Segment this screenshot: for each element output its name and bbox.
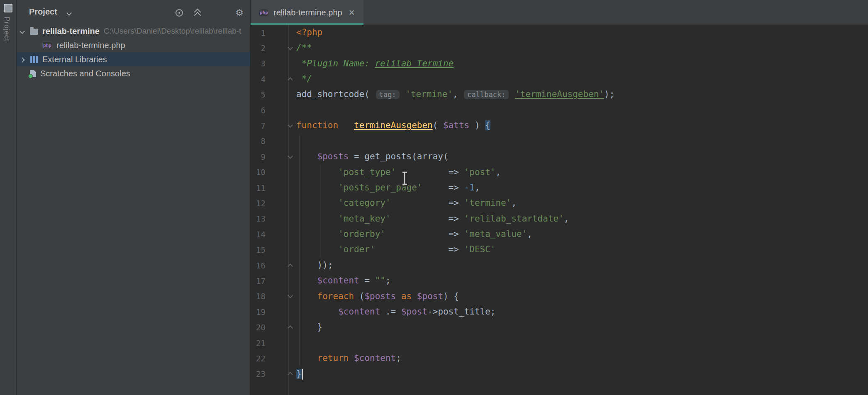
folder-icon (30, 29, 38, 35)
tree-row-scratches-and-consoles[interactable]: Scratches and Consoles (17, 66, 250, 80)
line-number: 22 (251, 354, 266, 363)
chevron-down-icon[interactable] (20, 29, 25, 34)
code-line-8[interactable]: 8 (251, 134, 868, 149)
tree-item-path: C:\Users\Daniel\Desktop\relilab\relilab-… (104, 27, 241, 36)
code-line-16[interactable]: 16 )); (251, 258, 868, 273)
line-number: 19 (251, 307, 266, 317)
text-caret (302, 369, 303, 380)
code-line-14[interactable]: 14 'orderby' => 'meta_value', (251, 227, 868, 242)
code-text: add_shortcode( tag: 'termine', callback:… (296, 87, 614, 102)
editor-area: php relilab-termine.php ✕ 1<?php2/**3 *P… (251, 0, 868, 395)
code-text: 'category' => 'termine', (296, 195, 517, 211)
tree-row-external-libraries[interactable]: External Libraries (17, 52, 250, 66)
code-line-11[interactable]: 11 'posts_per_page' => -1, (251, 180, 868, 195)
fold-column (266, 77, 296, 82)
fold-column (266, 325, 296, 330)
tree-item-label: relilab-termine (42, 27, 100, 36)
line-number: 23 (251, 369, 266, 378)
chevron-down-icon[interactable] (66, 10, 72, 16)
fold-end-icon[interactable] (288, 372, 293, 377)
library-icon (30, 56, 38, 63)
code-line-2[interactable]: 2/** (251, 40, 868, 56)
tab-relilab-termine-php[interactable]: php relilab-termine.php ✕ (251, 0, 363, 25)
chevron-spacer (20, 72, 24, 76)
code-line-21[interactable]: 21 (251, 335, 868, 351)
php-icon: php (42, 41, 52, 49)
project-panel-title[interactable]: Project (29, 7, 57, 17)
code-text: 'post_type' => 'post', (296, 165, 501, 180)
code-line-22[interactable]: 22 return $content; (251, 351, 868, 366)
fold-start-icon[interactable] (288, 122, 293, 128)
code-line-15[interactable]: 15 'order' => 'DESC' (251, 242, 868, 257)
code-line-23[interactable]: 23} (251, 366, 868, 382)
fold-column (266, 47, 296, 49)
fold-end-icon[interactable] (288, 263, 293, 269)
code-line-4[interactable]: 4 */ (251, 71, 868, 87)
line-number: 11 (251, 183, 266, 193)
project-panel-header: Project ⚙ (17, 0, 250, 25)
code-text: )); (296, 258, 333, 273)
line-number: 12 (251, 199, 266, 208)
code-text: /** (296, 40, 312, 56)
code-text: 'posts_per_page' => -1, (296, 180, 480, 195)
code-line-18[interactable]: 18 foreach ($posts as $post) { (251, 289, 868, 304)
tree-row-relilab-termine[interactable]: relilab-termineC:\Users\Daniel\Desktop\r… (17, 24, 250, 38)
project-tool-icon[interactable] (4, 4, 12, 12)
fold-start-icon[interactable] (288, 293, 293, 298)
line-number: 10 (251, 168, 266, 177)
close-tab-icon[interactable]: ✕ (349, 8, 355, 17)
code-line-20[interactable]: 20 } (251, 319, 868, 335)
settings-gear-icon[interactable]: ⚙ (235, 8, 244, 17)
project-stripe-label[interactable]: Project (2, 17, 11, 41)
fold-start-icon[interactable] (288, 154, 293, 159)
line-number: 7 (251, 121, 266, 130)
line-number: 20 (251, 323, 266, 332)
fold-end-icon[interactable] (288, 325, 293, 331)
project-tree: relilab-termineC:\Users\Daniel\Desktop\r… (17, 24, 250, 80)
code-line-12[interactable]: 12 'category' => 'termine', (251, 195, 868, 211)
tree-item-label: External Libraries (42, 55, 107, 64)
code-editor[interactable]: 1<?php2/**3 *Plugin Name: relilab Termin… (251, 25, 868, 395)
line-number: 13 (251, 214, 266, 223)
code-line-17[interactable]: 17 $content = ""; (251, 273, 868, 288)
project-panel: Project ⚙ relilab-termineC:\Users\Daniel… (17, 0, 250, 395)
tree-row-relilab-termine-php[interactable]: phprelilab-termine.php (17, 38, 250, 52)
line-number: 2 (251, 44, 266, 53)
line-number: 9 (251, 152, 266, 161)
scratch-icon (30, 70, 36, 77)
fold-end-icon[interactable] (288, 77, 293, 83)
collapse-all-icon[interactable] (193, 8, 202, 17)
code-text: $content .= $post->post_title; (296, 304, 495, 319)
fold-column (266, 124, 296, 127)
php-file-icon: php (259, 9, 269, 16)
fold-column (266, 156, 296, 158)
line-number: 8 (251, 137, 266, 146)
code-text: 'order' => 'DESC' (296, 242, 495, 257)
code-line-13[interactable]: 13 'meta_key' => 'relilab_startdate', (251, 211, 868, 227)
code-line-6[interactable]: 6 (251, 102, 868, 118)
code-text: $posts = get_posts(array( (296, 149, 449, 164)
tree-item-label: Scratches and Consoles (40, 69, 130, 78)
code-line-9[interactable]: 9 $posts = get_posts(array( (251, 149, 868, 164)
fold-column (266, 295, 296, 297)
code-line-7[interactable]: 7function termineAusgeben( $atts ) { (251, 118, 868, 133)
code-line-19[interactable]: 19 $content .= $post->post_title; (251, 304, 868, 319)
locate-file-icon[interactable] (175, 8, 184, 17)
tree-item-label: relilab-termine.php (56, 41, 125, 50)
line-number: 4 (251, 75, 266, 84)
line-number: 15 (251, 245, 266, 254)
code-text: return $content; (296, 351, 401, 366)
line-number: 5 (251, 90, 266, 99)
code-line-3[interactable]: 3 *Plugin Name: relilab Termine (251, 56, 868, 71)
code-line-1[interactable]: 1<?php (251, 25, 868, 40)
tool-window-stripe: Project (0, 0, 17, 395)
code-line-5[interactable]: 5add_shortcode( tag: 'termine', callback… (251, 87, 868, 102)
code-line-10[interactable]: 10 'post_type' => 'post', (251, 165, 868, 180)
line-number: 3 (251, 59, 266, 68)
fold-column (266, 263, 296, 268)
fold-start-icon[interactable] (288, 45, 293, 50)
fold-column (266, 371, 296, 376)
chevron-right-icon[interactable] (20, 57, 25, 63)
code-text: *Plugin Name: relilab Termine (296, 56, 454, 71)
line-number: 16 (251, 261, 266, 270)
